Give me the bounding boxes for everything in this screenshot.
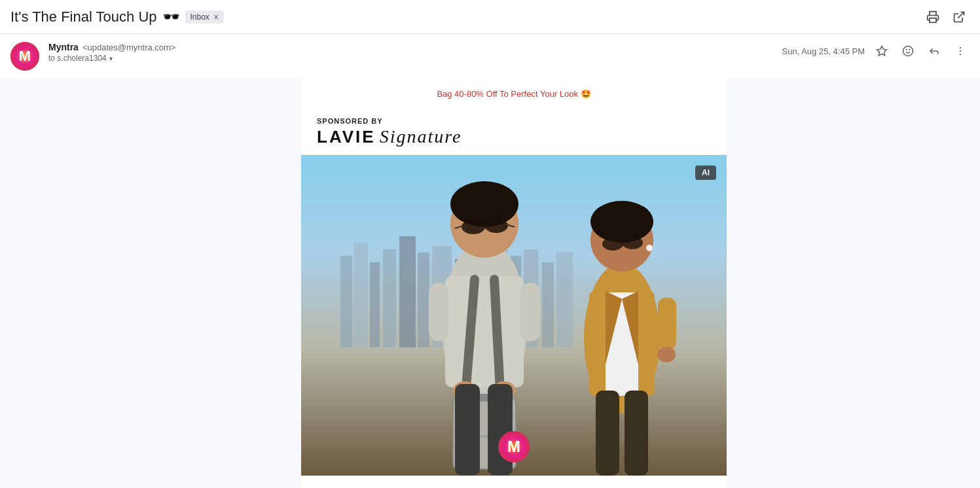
- svg-line-1: [958, 12, 964, 18]
- email-header: It's The Final Touch Up 🕶️ Inbox ×: [0, 0, 980, 34]
- email-body-wrapper: Bag 40-80% Off To Perfect Your Look 🤩 SP…: [0, 78, 980, 488]
- ad-image-container: AI M: [301, 155, 727, 476]
- print-button[interactable]: [922, 7, 943, 27]
- svg-point-9: [960, 50, 961, 52]
- svg-point-60: [657, 347, 676, 362]
- myntra-m-logo: M: [498, 431, 530, 462]
- subject-emoji: 🕶️: [162, 9, 180, 26]
- open-external-button[interactable]: [949, 7, 970, 27]
- email-left-gutter: [0, 78, 301, 488]
- svg-point-52: [622, 236, 643, 249]
- open-external-icon: [953, 10, 966, 24]
- sender-to-text: to s.cholera1304: [48, 54, 107, 63]
- svg-point-54: [646, 245, 653, 251]
- svg-point-30: [484, 218, 508, 233]
- inbox-badge: Inbox ×: [185, 10, 225, 24]
- star-button[interactable]: [873, 42, 891, 60]
- svg-rect-34: [445, 276, 524, 387]
- svg-rect-13: [370, 262, 380, 347]
- recipient-dropdown[interactable]: ▾: [109, 55, 113, 62]
- sender-meta: Sun, Aug 25, 4:45 PM: [782, 42, 970, 60]
- svg-point-10: [960, 54, 961, 55]
- sender-avatar: M: [10, 42, 39, 71]
- header-actions: [922, 7, 970, 27]
- svg-text:M: M: [507, 438, 520, 455]
- sponsored-section: SPONSORED BY LAVIE Signature: [301, 104, 727, 147]
- subject-text: It's The Final Touch Up: [10, 9, 157, 26]
- star-icon: [876, 45, 888, 57]
- reply-button[interactable]: [925, 42, 943, 60]
- svg-point-29: [462, 220, 485, 234]
- sponsored-label: SPONSORED BY: [317, 117, 711, 125]
- svg-rect-38: [520, 283, 540, 341]
- sender-to-line: to s.cholera1304 ▾: [48, 54, 773, 63]
- sender-email: <updates@myntra.com>: [82, 43, 176, 52]
- sender-row: M Myntra <updates@myntra.com> to s.chole…: [0, 34, 980, 78]
- preview-text: Bag 40-80% Off To Perfect Your Look 🤩: [437, 89, 590, 99]
- svg-rect-11: [340, 256, 352, 347]
- inbox-label: Inbox: [191, 12, 209, 22]
- figure-left-svg: [399, 155, 570, 476]
- svg-point-8: [960, 47, 961, 48]
- svg-rect-0: [930, 18, 936, 22]
- more-icon: [954, 45, 966, 57]
- brand-signature: Signature: [380, 126, 462, 147]
- svg-rect-62: [625, 391, 648, 476]
- sender-info: Myntra <updates@myntra.com> to s.cholera…: [48, 42, 773, 63]
- emoji-icon: [902, 45, 914, 57]
- inbox-badge-close[interactable]: ×: [213, 12, 219, 22]
- myntra-logo: M: [498, 431, 530, 462]
- svg-rect-59: [658, 298, 676, 350]
- brand-name-line: LAVIE Signature: [317, 126, 711, 147]
- svg-point-5: [903, 46, 913, 56]
- email-preview-bar: Bag 40-80% Off To Perfect Your Look 🤩: [301, 78, 727, 104]
- svg-text:M: M: [19, 48, 31, 64]
- sender-name: Myntra: [48, 42, 79, 52]
- more-options-button[interactable]: [951, 42, 970, 60]
- svg-rect-14: [383, 249, 396, 347]
- svg-rect-37: [429, 283, 448, 341]
- svg-marker-4: [877, 46, 887, 56]
- emoji-react-button[interactable]: [899, 42, 917, 60]
- email-timestamp: Sun, Aug 25, 4:45 PM: [782, 46, 865, 56]
- svg-point-50: [590, 201, 653, 243]
- svg-rect-46: [455, 384, 480, 476]
- email-subject-line: It's The Final Touch Up 🕶️ Inbox ×: [10, 9, 922, 26]
- svg-rect-61: [596, 391, 619, 476]
- myntra-avatar-icon: M: [10, 42, 39, 71]
- ai-badge: AI: [695, 166, 716, 180]
- sender-name-line: Myntra <updates@myntra.com>: [48, 42, 773, 52]
- svg-rect-12: [354, 243, 368, 347]
- figure-right-svg: [556, 181, 687, 476]
- brand-lavie: LAVIE: [317, 127, 376, 147]
- svg-point-51: [602, 237, 623, 251]
- print-icon: [926, 10, 939, 24]
- email-right-gutter: [727, 78, 980, 488]
- svg-point-28: [450, 181, 518, 227]
- email-content: Bag 40-80% Off To Perfect Your Look 🤩 SP…: [301, 78, 727, 488]
- reply-icon: [928, 45, 940, 57]
